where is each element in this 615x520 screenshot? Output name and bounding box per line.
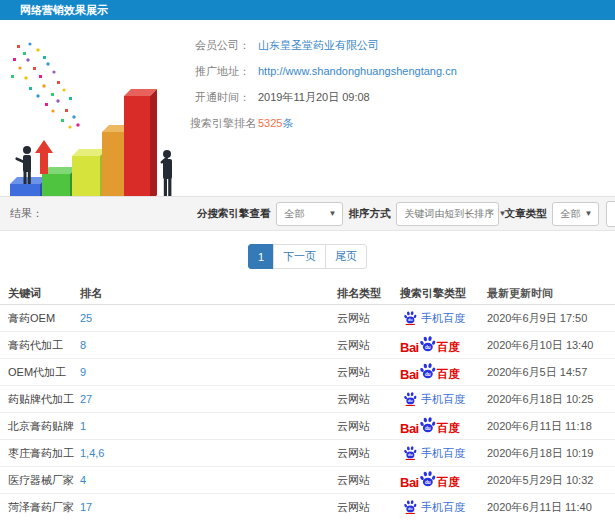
engine-name-label: 手机百度 (421, 500, 465, 515)
rank-link[interactable]: 1 (80, 420, 86, 432)
svg-text:du: du (425, 479, 431, 484)
keyword-cell: OEM代加工 (0, 365, 80, 380)
result-label: 结果： (10, 206, 43, 221)
rank-type-cell: 云网站 (337, 311, 400, 326)
rank-type-cell: 云网站 (337, 446, 400, 461)
engine-cell: Bai du 百度 (400, 336, 487, 355)
svg-text:du: du (408, 507, 413, 511)
keyword-cell: 药贴牌代加工 (0, 392, 80, 407)
engine-cell: du 手机百度 (400, 500, 487, 515)
promo-url-link[interactable]: http://www.shandonghuangshengtang.cn (258, 65, 457, 77)
header-engine-type: 搜索引擎类型 (400, 286, 487, 301)
rank-type-cell: 云网站 (337, 338, 400, 353)
keyword-cell: 膏药OEM (0, 311, 80, 326)
updated-cell: 2020年6月18日 10:25 (487, 392, 615, 407)
baidu-paw-icon: du (420, 363, 436, 379)
svg-text:du: du (408, 318, 413, 322)
sort-filter-label: 排序方式 (349, 207, 391, 221)
engine-filter-select[interactable]: 全部 ▼ (276, 202, 343, 226)
chevron-down-icon: ▼ (585, 209, 593, 218)
header-rank: 排名 (80, 286, 337, 301)
keyword-cell: 枣庄膏药加工 (0, 446, 80, 461)
mobile-baidu-badge: du 手机百度 (404, 392, 465, 407)
table-row: 药贴牌代加工 27 云网站 du 手机百度 2020年6月18日 10:25 (0, 386, 615, 413)
article-filter-label: 文章类型 (505, 207, 547, 221)
baidu-paw-icon: du (420, 417, 436, 433)
table-header-row: 关键词 排名 排名类型 搜索引擎类型 最新更新时间 (0, 282, 615, 305)
info-row-open-time: 开通时间： 2019年11月20日 09:08 (190, 84, 615, 110)
rank-link[interactable]: 17 (80, 501, 92, 513)
rank-link[interactable]: 4 (80, 474, 86, 486)
mobile-baidu-badge: du 手机百度 (404, 500, 465, 515)
open-time-label: 开通时间： (190, 90, 250, 105)
article-filter-select[interactable]: 全部 ▼ (552, 202, 599, 226)
updated-cell: 2020年6月11日 11:40 (487, 500, 615, 515)
page-button-next[interactable]: 下一页 (273, 244, 326, 269)
updated-cell: 2020年6月10日 13:40 (487, 338, 615, 353)
engine-cell: Bai du 百度 (400, 417, 487, 436)
info-section: 会员公司： 山东皇圣堂药业有限公司 推广地址： http://www.shand… (0, 20, 615, 196)
table-row: 菏泽膏药厂家 17 云网站 du 手机百度 2020年6月11日 11:40 (0, 494, 615, 520)
page-button-last[interactable]: 尾页 (325, 244, 367, 269)
engine-cell: Bai du 百度 (400, 363, 487, 382)
businessman-icon (160, 150, 172, 200)
rank-type-cell: 云网站 (337, 473, 400, 488)
rank-link[interactable]: 27 (80, 393, 92, 405)
confetti-dots (11, 42, 80, 128)
updated-cell: 2020年6月5日 14:57 (487, 365, 615, 380)
engine-filter-label: 分搜索引擎查看 (197, 207, 271, 221)
header-keyword: 关键词 (0, 286, 80, 301)
table-row: 膏药代加工 8 云网站 Bai du 百度 2020年6月10日 13:40 (0, 332, 615, 359)
page-button-current[interactable]: 1 (248, 244, 274, 269)
company-label: 会员公司： (190, 38, 250, 53)
engine-cell: du 手机百度 (400, 392, 487, 407)
rank-link[interactable]: 8 (80, 339, 86, 351)
keyword-cell: 医疗器械厂家 (0, 473, 80, 488)
sort-filter-value: 关键词由短到长排序 (405, 207, 495, 221)
bar-chart-illustration (0, 38, 190, 210)
chevron-down-icon: ▼ (329, 209, 337, 218)
engine-cell: Bai du 百度 (400, 471, 487, 490)
updated-cell: 2020年6月11日 11:18 (487, 419, 615, 434)
filter-controls: 分搜索引擎查看 全部 ▼ 排序方式 关键词由短到长排序 ▼ 文章类型 全部 ▼ … (197, 201, 615, 227)
info-row-company: 会员公司： 山东皇圣堂药业有限公司 (190, 32, 615, 58)
keyword-cell: 膏药代加工 (0, 338, 80, 353)
rank-type-cell: 云网站 (337, 392, 400, 407)
baidu-logo: Bai du 百度 (400, 417, 460, 436)
rank-type-cell: 云网站 (337, 500, 400, 515)
open-time-value: 2019年11月20日 09:08 (258, 90, 370, 105)
engine-cell: du 手机百度 (400, 311, 487, 326)
rank-count-label: 搜索引擎排名： (190, 116, 250, 131)
engine-name-label: 手机百度 (421, 446, 465, 461)
company-name-link[interactable]: 山东皇圣堂药业有限公司 (258, 38, 379, 53)
mobile-baidu-badge: du 手机百度 (404, 311, 465, 326)
submit-button[interactable]: 提交 (606, 201, 615, 227)
sort-filter-select[interactable]: 关键词由短到长排序 ▼ (396, 202, 499, 226)
company-info-list: 会员公司： 山东皇圣堂药业有限公司 推广地址： http://www.shand… (190, 20, 615, 136)
info-row-rank-count: 搜索引擎排名： 5325条 (190, 110, 615, 136)
engine-cell: du 手机百度 (400, 446, 487, 461)
baidu-paw-icon: du (404, 392, 417, 406)
keyword-cell: 北京膏药贴牌 (0, 419, 80, 434)
rank-count-unit[interactable]: 条 (282, 117, 293, 129)
table-row: 北京膏药贴牌 1 云网站 Bai du 百度 2020年6月11日 11:18 (0, 413, 615, 440)
updated-cell: 2020年6月9日 17:50 (487, 311, 615, 326)
page-title: 网络营销效果展示 (20, 4, 108, 16)
svg-text:du: du (425, 371, 431, 376)
baidu-logo: Bai du 百度 (400, 363, 460, 382)
baidu-logo: Bai du 百度 (400, 471, 460, 490)
promo-url-label: 推广地址： (190, 64, 250, 79)
rank-link[interactable]: 25 (80, 312, 92, 324)
header-rank-type: 排名类型 (337, 286, 400, 301)
engine-name-label: 手机百度 (421, 311, 465, 326)
updated-cell: 2020年5月29日 10:32 (487, 473, 615, 488)
page-header: 网络营销效果展示 (0, 0, 615, 20)
header-updated: 最新更新时间 (487, 286, 615, 301)
rank-type-cell: 云网站 (337, 419, 400, 434)
rank-link[interactable]: 9 (80, 366, 86, 378)
rank-link[interactable]: 1,4,6 (80, 447, 104, 459)
baidu-paw-icon: du (420, 336, 436, 352)
pagination: 1 下一页 尾页 (0, 231, 615, 282)
table-row: 膏药OEM 25 云网站 du 手机百度 2020年6月9日 17:50 (0, 305, 615, 332)
baidu-logo: Bai du 百度 (400, 336, 460, 355)
